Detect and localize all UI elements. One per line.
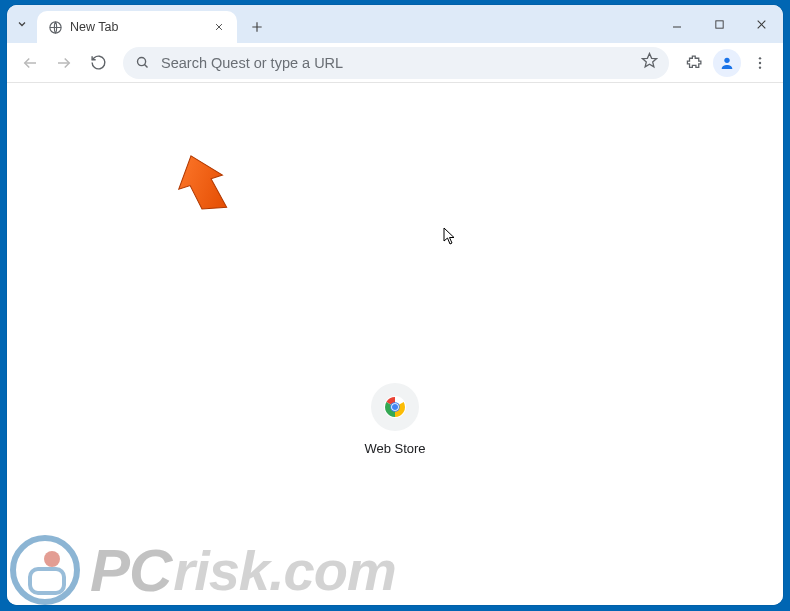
minimize-button[interactable] — [659, 9, 695, 39]
reload-icon — [90, 54, 107, 71]
close-icon — [214, 22, 224, 32]
extensions-button[interactable] — [679, 48, 709, 78]
shortcut-web-store[interactable]: Web Store — [340, 383, 450, 456]
shortcut-icon-wrap — [371, 383, 419, 431]
annotation-arrow — [175, 151, 235, 225]
maximize-button[interactable] — [701, 9, 737, 39]
svg-rect-6 — [715, 20, 722, 27]
toolbar-right — [679, 48, 775, 78]
reload-button[interactable] — [83, 48, 113, 78]
svg-point-14 — [724, 57, 729, 62]
titlebar: New Tab — [7, 5, 783, 43]
extension-icon — [686, 54, 703, 71]
toolbar — [7, 43, 783, 83]
svg-point-17 — [759, 66, 761, 68]
window-controls — [659, 5, 779, 43]
tab-search-dropdown[interactable] — [7, 5, 37, 43]
person-icon — [719, 55, 735, 71]
search-icon — [135, 55, 151, 70]
svg-point-16 — [759, 61, 761, 63]
bookmark-button[interactable] — [641, 52, 659, 73]
forward-button[interactable] — [49, 48, 79, 78]
svg-line-12 — [145, 65, 148, 68]
new-tab-button[interactable] — [243, 13, 271, 41]
minimize-icon — [671, 18, 683, 30]
close-tab-button[interactable] — [211, 19, 227, 35]
chevron-down-icon — [16, 18, 28, 30]
mouse-cursor — [443, 227, 457, 249]
svg-marker-13 — [642, 53, 656, 66]
arrow-left-icon — [21, 54, 39, 72]
arrow-up-icon — [175, 151, 235, 221]
address-input[interactable] — [161, 55, 631, 71]
shortcut-label: Web Store — [364, 441, 425, 456]
web-store-icon — [383, 395, 407, 419]
close-window-button[interactable] — [743, 9, 779, 39]
address-bar[interactable] — [123, 47, 669, 79]
svg-point-15 — [759, 57, 761, 59]
browser-window: New Tab — [7, 5, 783, 605]
kebab-menu-icon — [752, 55, 768, 71]
tab-title: New Tab — [70, 20, 204, 34]
browser-tab[interactable]: New Tab — [37, 11, 237, 43]
globe-icon — [47, 19, 63, 35]
plus-icon — [250, 20, 264, 34]
close-icon — [755, 18, 768, 31]
arrow-right-icon — [55, 54, 73, 72]
menu-button[interactable] — [745, 48, 775, 78]
svg-point-11 — [138, 58, 146, 66]
back-button[interactable] — [15, 48, 45, 78]
maximize-icon — [714, 19, 725, 30]
star-icon — [641, 52, 658, 69]
new-tab-page: Web Store — [7, 83, 783, 605]
cursor-icon — [443, 227, 457, 245]
profile-button[interactable] — [713, 49, 741, 77]
svg-point-21 — [392, 404, 398, 410]
